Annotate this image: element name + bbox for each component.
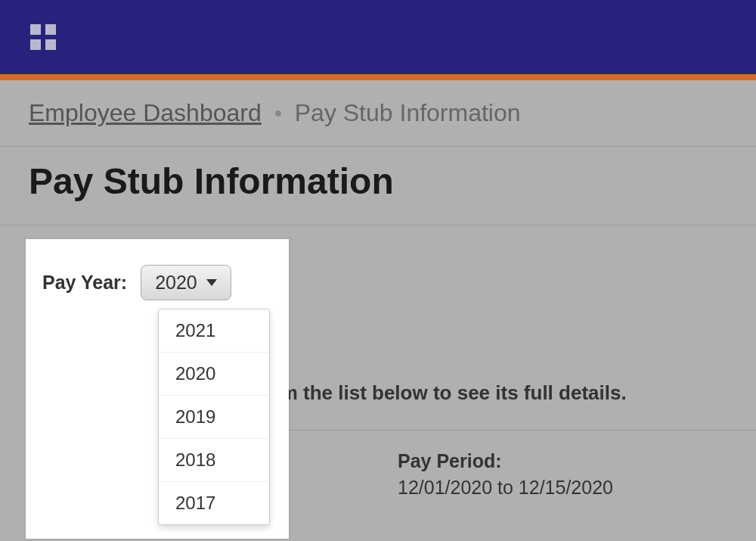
page-title-section: Pay Stub Information <box>0 147 756 225</box>
pay-year-label: Pay Year: <box>42 272 127 294</box>
year-option-2018[interactable]: 2018 <box>159 439 269 482</box>
pay-period-value: 12/01/2020 to 12/15/2020 <box>398 477 613 499</box>
year-option-2021[interactable]: 2021 <box>159 309 269 353</box>
year-option-2020[interactable]: 2020 <box>159 353 269 396</box>
year-option-2017[interactable]: 2017 <box>159 482 269 524</box>
breadcrumb-current: Pay Stub Information <box>295 99 521 127</box>
pay-year-select[interactable]: 2020 <box>141 265 231 300</box>
accent-divider <box>0 74 756 80</box>
page-title: Pay Stub Information <box>29 160 727 202</box>
breadcrumb-separator-icon <box>275 110 281 117</box>
caret-down-icon <box>206 279 217 286</box>
instruction-text-rest: from the list below to see its full deta… <box>254 381 627 405</box>
pay-period-label: Pay Period: <box>398 450 613 472</box>
year-option-2019[interactable]: 2019 <box>159 396 269 439</box>
breadcrumb-parent-link[interactable]: Employee Dashboard <box>29 99 262 127</box>
pay-period-column: Pay Period: 12/01/2020 to 12/15/2020 <box>398 450 613 541</box>
breadcrumb: Employee Dashboard Pay Stub Information <box>0 80 756 147</box>
top-nav-bar <box>0 0 756 74</box>
pay-year-dropdown[interactable]: 2021 2020 2019 2018 2017 <box>158 309 270 525</box>
pay-year-panel: Pay Year: 2020 2021 2020 2019 2018 2017 <box>26 239 289 539</box>
pay-year-selected: 2020 <box>155 272 197 294</box>
pay-year-row: Pay Year: 2020 <box>26 239 289 300</box>
apps-grid-icon[interactable] <box>30 24 56 50</box>
